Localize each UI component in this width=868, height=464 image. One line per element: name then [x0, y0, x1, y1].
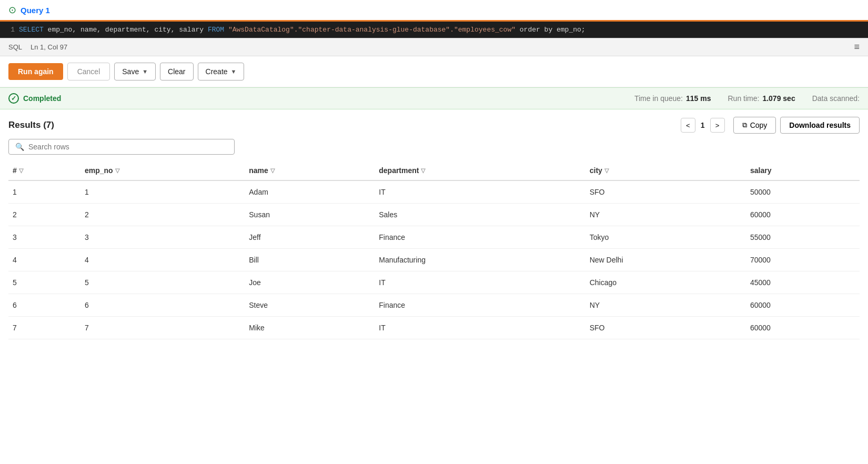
col-header-emp-no[interactable]: emp_no ▽ [80, 161, 245, 180]
create-chevron-icon: ▼ [231, 68, 237, 75]
col-header-department[interactable]: department ▽ [375, 161, 585, 180]
col-department-label: department [379, 166, 419, 175]
cell-3: Manufacturing [375, 249, 585, 271]
search-input[interactable] [28, 143, 228, 151]
col-city-sort-icon: ▽ [604, 167, 609, 174]
cell-4: NY [586, 204, 746, 226]
table-row: 77MikeITSFO60000 [8, 317, 860, 339]
table-row: 11AdamITSFO50000 [8, 180, 860, 204]
cell-3: IT [375, 180, 585, 204]
cell-2: Jeff [245, 226, 375, 249]
cell-4: NY [586, 294, 746, 317]
cell-1: 5 [80, 271, 245, 294]
cell-2: Susan [245, 204, 375, 226]
cell-1: 2 [80, 204, 245, 226]
search-box: 🔍 [8, 139, 235, 155]
col-name-sort-icon: ▽ [270, 167, 275, 174]
results-title-area: Results (7) [8, 120, 54, 130]
time-in-queue-label: Time in queue: [634, 94, 683, 103]
search-icon: 🔍 [15, 143, 24, 151]
cell-2: Adam [245, 180, 375, 204]
cell-3: Finance [375, 226, 585, 249]
completed-status: ✓ Completed [8, 93, 61, 104]
current-page: 1 [698, 121, 708, 129]
save-button[interactable]: Save ▼ [114, 63, 156, 80]
query-tab-label: Query 1 [21, 6, 50, 15]
create-label: Create [206, 67, 228, 76]
cell-0: 4 [8, 249, 80, 271]
col-name-label: name [249, 166, 268, 175]
cell-2: Steve [245, 294, 375, 317]
cell-1: 3 [80, 226, 245, 249]
sql-line: 1 SELECT emp_no, name, department, city,… [0, 26, 868, 34]
results-header: Results (7) < 1 > ⧉ Copy Download result… [0, 109, 868, 139]
sql-keyword-from: FROM [208, 26, 224, 34]
cell-1: 1 [80, 180, 245, 204]
copy-button[interactable]: ⧉ Copy [733, 117, 776, 134]
table-header-row: # ▽ emp_no ▽ name ▽ [8, 161, 860, 180]
col-emp-no-sort-icon: ▽ [115, 167, 119, 174]
sql-keyword-select: SELECT [19, 26, 44, 34]
sql-content: SELECT emp_no, name, department, city, s… [19, 26, 586, 34]
col-emp-no-label: emp_no [85, 166, 113, 175]
format-button[interactable]: ≡ [854, 42, 860, 53]
line-number: 1 [0, 26, 19, 34]
completed-metrics: Time in queue: 115 ms Run time: 1.079 se… [634, 94, 860, 103]
results-actions: ⧉ Copy Download results [733, 117, 860, 134]
results-right-panel: < 1 > ⧉ Copy Download results [681, 117, 860, 134]
data-scanned-metric: Data scanned: [812, 94, 860, 103]
cell-5: 60000 [746, 294, 860, 317]
copy-icon: ⧉ [742, 121, 747, 129]
col-header-city[interactable]: city ▽ [586, 161, 746, 180]
cell-4: SFO [586, 180, 746, 204]
time-in-queue-value: 115 ms [686, 94, 711, 103]
col-department-sort-icon: ▽ [421, 167, 425, 174]
sql-order-col: emp_no; [552, 26, 585, 34]
run-time-value: 1.079 sec [762, 94, 795, 103]
sql-editor[interactable]: 1 SELECT emp_no, name, department, city,… [0, 22, 868, 38]
col-header-salary[interactable]: salary [746, 161, 860, 180]
search-container: 🔍 [0, 139, 868, 161]
query-tab[interactable]: ⊙ Query 1 [0, 0, 868, 22]
cell-1: 7 [80, 317, 245, 339]
save-chevron-icon: ▼ [142, 68, 148, 75]
col-salary-label: salary [750, 166, 771, 175]
next-page-button[interactable]: > [710, 118, 725, 133]
clear-button[interactable]: Clear [160, 63, 193, 80]
col-row-num-sort-icon: ▽ [19, 167, 23, 174]
col-header-name[interactable]: name ▽ [245, 161, 375, 180]
prev-page-button[interactable]: < [681, 118, 695, 133]
download-label: Download results [789, 121, 851, 129]
data-scanned-label: Data scanned: [812, 94, 860, 103]
cell-0: 7 [8, 317, 80, 339]
col-header-row-num[interactable]: # ▽ [8, 161, 80, 180]
run-again-button[interactable]: Run again [8, 63, 63, 80]
cancel-button[interactable]: Cancel [67, 63, 110, 80]
completed-bar: ✓ Completed Time in queue: 115 ms Run ti… [0, 87, 868, 109]
sql-columns: emp_no, name, department, city, salary [44, 26, 208, 34]
results-table: # ▽ emp_no ▽ name ▽ [8, 161, 860, 339]
table-body: 11AdamITSFO5000022SusanSalesNY6000033Jef… [8, 180, 860, 339]
cell-0: 6 [8, 294, 80, 317]
table-container: # ▽ emp_no ▽ name ▽ [0, 161, 868, 339]
col-city-label: city [590, 166, 602, 175]
table-row: 55JoeITChicago45000 [8, 271, 860, 294]
cell-5: 70000 [746, 249, 860, 271]
cell-1: 6 [80, 294, 245, 317]
cell-3: Finance [375, 294, 585, 317]
table-row: 44BillManufacturingNew Delhi70000 [8, 249, 860, 271]
cell-2: Mike [245, 317, 375, 339]
check-circle-icon: ⊙ [8, 4, 16, 16]
run-time-label: Run time: [728, 94, 759, 103]
cell-5: 45000 [746, 271, 860, 294]
create-button[interactable]: Create ▼ [198, 63, 245, 80]
cell-4: Tokyo [586, 226, 746, 249]
cell-0: 2 [8, 204, 80, 226]
download-button[interactable]: Download results [780, 117, 860, 134]
next-icon: > [715, 122, 720, 129]
cell-4: SFO [586, 317, 746, 339]
table-row: 66SteveFinanceNY60000 [8, 294, 860, 317]
pagination: < 1 > [681, 118, 725, 133]
save-label: Save [122, 67, 139, 76]
completed-icon: ✓ [8, 93, 19, 104]
